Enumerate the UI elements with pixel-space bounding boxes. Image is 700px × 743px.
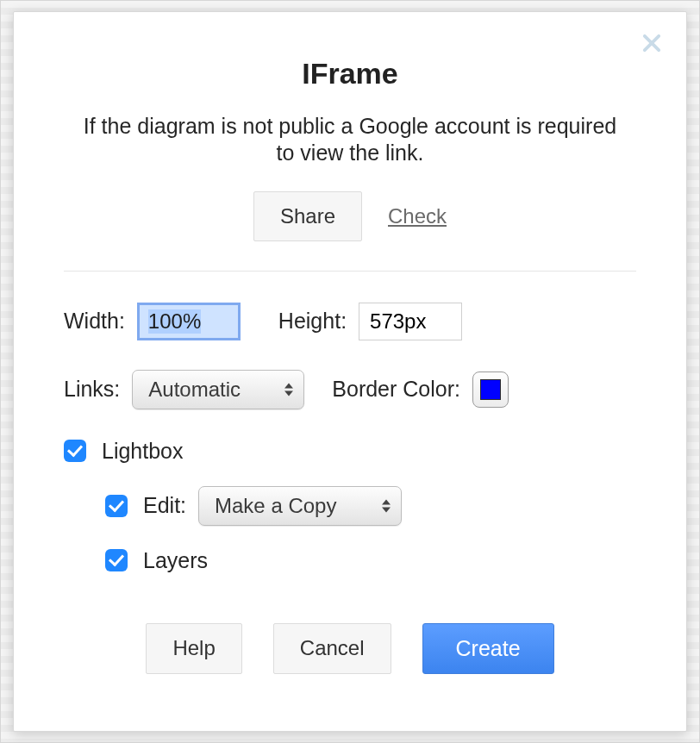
share-button[interactable]: Share <box>253 191 362 241</box>
layers-row: Layers <box>64 548 636 573</box>
dialog-description: If the diagram is not public a Google ac… <box>74 113 626 167</box>
layers-checkbox[interactable] <box>105 549 128 571</box>
chevron-updown-icon <box>382 499 391 512</box>
links-select-value: Automatic <box>148 378 241 402</box>
cancel-button[interactable]: Cancel <box>273 623 391 674</box>
height-input[interactable] <box>359 303 462 340</box>
height-label: Height: <box>278 309 347 334</box>
dialog-footer: Help Cancel Create <box>64 623 636 674</box>
links-select[interactable]: Automatic <box>132 370 304 409</box>
border-color-swatch <box>480 379 501 400</box>
lightbox-label: Lightbox <box>102 439 184 464</box>
chevron-updown-icon <box>284 383 293 396</box>
width-label: Width: <box>64 309 125 334</box>
edit-checkbox[interactable] <box>105 495 128 517</box>
help-button[interactable]: Help <box>146 623 241 674</box>
divider <box>64 271 636 272</box>
check-link[interactable]: Check <box>388 204 447 228</box>
dimensions-row: Width: Height: <box>64 303 636 340</box>
links-label: Links: <box>64 377 120 402</box>
options-block: Lightbox Edit: Make a Copy Layers <box>64 439 636 573</box>
dialog-title: IFrame <box>64 57 636 91</box>
create-button[interactable]: Create <box>422 623 554 674</box>
links-border-row: Links: Automatic Border Color: <box>64 370 636 409</box>
lightbox-checkbox[interactable] <box>64 440 86 462</box>
width-input[interactable] <box>137 303 241 340</box>
border-color-picker[interactable] <box>472 372 509 408</box>
close-icon[interactable] <box>640 31 664 55</box>
edit-select[interactable]: Make a Copy <box>198 486 402 526</box>
layers-label: Layers <box>143 548 208 573</box>
edit-select-value: Make a Copy <box>215 494 336 518</box>
share-row: Share Check <box>64 191 636 241</box>
iframe-dialog: IFrame If the diagram is not public a Go… <box>13 11 687 732</box>
edit-row: Edit: Make a Copy <box>64 486 636 526</box>
lightbox-row: Lightbox <box>64 439 636 464</box>
edit-label: Edit: <box>143 493 186 518</box>
border-color-label: Border Color: <box>332 377 460 402</box>
